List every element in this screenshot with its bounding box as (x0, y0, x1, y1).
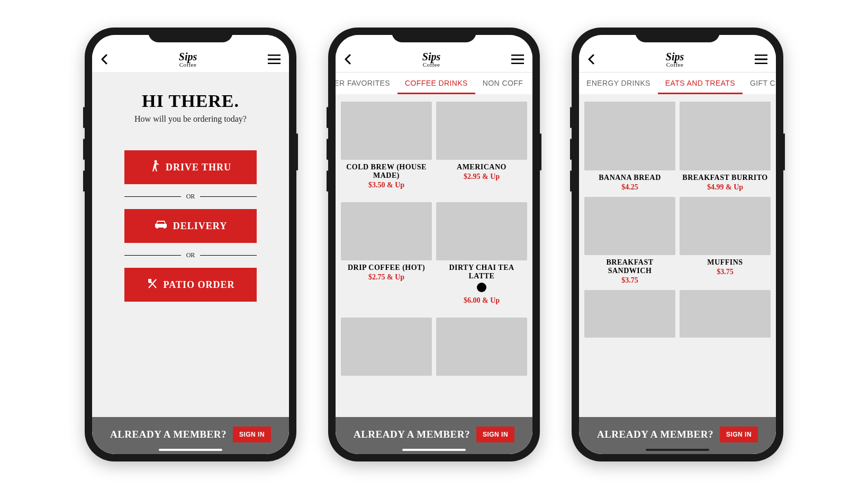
delivery-label: DELIVERY (173, 221, 227, 232)
welcome-title: HI THERE. (107, 91, 274, 111)
product-price: $4.25 (584, 183, 675, 192)
brand-line2: Coffee (179, 62, 197, 68)
product-name: DIRTY CHAI TEA LATTE (436, 264, 527, 280)
tab-gift-cards[interactable]: GIFT C (743, 73, 776, 94)
product-image (341, 318, 432, 376)
tab-energy-drinks[interactable]: ENERGY DRINKS (579, 73, 658, 94)
product-image (584, 197, 675, 255)
product-price: $3.75 (584, 276, 675, 285)
product-image (680, 102, 771, 170)
device-notch (635, 28, 720, 42)
product-card[interactable] (341, 318, 432, 376)
device-notch (148, 28, 233, 42)
divider-or: OR (124, 251, 257, 259)
tab-customer-favorites[interactable]: OMER FAVORITES (336, 73, 397, 94)
brand-line2: Coffee (422, 62, 440, 68)
device-frame: Sips Coffee OMER FAVORITES COFFEE DRINKS… (328, 28, 540, 461)
home-indicator (159, 449, 222, 451)
dine-icon (147, 278, 158, 292)
tab-non-coffee[interactable]: NON COFF (475, 73, 530, 94)
drive-thru-label: DRIVE THRU (166, 162, 231, 173)
sign-in-button[interactable]: SIGN IN (476, 427, 514, 442)
patio-order-button[interactable]: PATIO ORDER (124, 268, 257, 302)
brand-line1: Sips (179, 51, 197, 62)
product-card[interactable]: BREAKFAST BURRITO $4.99 & Up (680, 102, 771, 192)
device-notch (392, 28, 476, 42)
app-screen-eats-treats: Sips Coffee ENERGY DRINKS EATS AND TREAT… (579, 35, 776, 454)
welcome-subtitle: How will you be ordering today? (107, 114, 274, 124)
member-question: ALREADY A MEMBER? (110, 429, 227, 440)
brand-line1: Sips (666, 51, 684, 62)
device-frame: Sips Coffee HI THERE. How will you be or… (85, 28, 296, 461)
product-name: AMERICANO (436, 163, 527, 171)
delivery-button[interactable]: DELIVERY (124, 209, 257, 243)
product-price: $2.75 & Up (341, 273, 432, 282)
home-indicator (646, 449, 709, 451)
product-image (584, 102, 675, 170)
product-price: $6.00 & Up (436, 296, 527, 305)
brand-logo: Sips Coffee (179, 51, 197, 68)
drive-thru-button[interactable]: DRIVE THRU (124, 150, 257, 184)
welcome-panel: HI THERE. How will you be ordering today… (92, 72, 289, 454)
product-card[interactable]: DRIP COFFEE (HOT) $2.75 & Up (341, 202, 432, 305)
category-tabs: OMER FAVORITES COFFEE DRINKS NON COFF (336, 72, 532, 94)
tab-eats-and-treats[interactable]: EATS AND TREATS (658, 73, 743, 94)
menu-icon[interactable] (268, 55, 281, 64)
product-price: $2.95 & Up (436, 173, 527, 181)
product-card[interactable] (680, 290, 771, 338)
home-indicator (402, 449, 466, 451)
product-card[interactable]: BREAKFAST SANDWICH $3.75 (584, 197, 675, 285)
product-card[interactable]: AMERICANO $2.95 & Up (436, 102, 527, 189)
product-card[interactable]: DIRTY CHAI TEA LATTE $6.00 & Up (436, 202, 527, 305)
back-icon[interactable] (587, 54, 595, 65)
product-image (341, 202, 432, 260)
product-catalog: BANANA BREAD $4.25 BREAKFAST BURRITO $4.… (579, 94, 776, 454)
product-image (436, 102, 527, 160)
app-screen-coffee-drinks: Sips Coffee OMER FAVORITES COFFEE DRINKS… (336, 35, 532, 454)
sign-in-button[interactable]: SIGN IN (720, 427, 758, 442)
product-card[interactable]: BANANA BREAD $4.25 (584, 102, 675, 192)
product-name: MUFFINS (680, 258, 771, 267)
product-card[interactable]: MUFFINS $3.75 (680, 197, 771, 285)
sign-in-button[interactable]: SIGN IN (233, 427, 271, 442)
or-label: OR (186, 193, 195, 201)
product-image (680, 197, 771, 255)
gf-badge-icon (477, 283, 486, 292)
menu-icon[interactable] (511, 55, 524, 64)
product-name: COLD BREW (HOUSE MADE) (341, 163, 432, 180)
back-icon[interactable] (344, 54, 351, 65)
or-label: OR (186, 251, 195, 259)
product-image (341, 102, 432, 160)
app-screen-ordering: Sips Coffee HI THERE. How will you be or… (92, 35, 289, 454)
walk-icon (150, 160, 160, 175)
patio-order-label: PATIO ORDER (164, 279, 235, 291)
product-image (680, 290, 771, 338)
car-icon (154, 220, 168, 233)
product-image (436, 318, 527, 376)
product-card[interactable] (584, 290, 675, 338)
product-catalog: COLD BREW (HOUSE MADE) $3.50 & Up AMERIC… (336, 94, 532, 454)
product-price: $3.75 (680, 268, 771, 276)
product-card[interactable]: COLD BREW (HOUSE MADE) $3.50 & Up (341, 102, 432, 189)
brand-logo: Sips Coffee (666, 51, 684, 68)
member-question: ALREADY A MEMBER? (354, 429, 470, 440)
divider-or: OR (124, 193, 257, 201)
tab-coffee-drinks[interactable]: COFFEE DRINKS (397, 73, 475, 94)
product-name: BREAKFAST SANDWICH (584, 258, 675, 275)
brand-logo: Sips Coffee (422, 51, 440, 68)
brand-line1: Sips (422, 51, 440, 62)
category-tabs: ENERGY DRINKS EATS AND TREATS GIFT C (579, 72, 776, 94)
menu-icon[interactable] (755, 55, 767, 64)
member-question: ALREADY A MEMBER? (597, 429, 713, 440)
product-name: BANANA BREAD (584, 174, 675, 182)
product-image (584, 290, 675, 338)
product-name: DRIP COFFEE (HOT) (341, 264, 432, 272)
product-price: $3.50 & Up (341, 181, 432, 189)
device-frame: Sips Coffee ENERGY DRINKS EATS AND TREAT… (572, 28, 783, 461)
svg-point-0 (154, 160, 157, 162)
product-price: $4.99 & Up (680, 183, 771, 192)
product-name: BREAKFAST BURRITO (680, 174, 771, 182)
product-card[interactable] (436, 318, 527, 376)
brand-line2: Coffee (666, 62, 684, 68)
back-icon[interactable] (101, 54, 108, 65)
